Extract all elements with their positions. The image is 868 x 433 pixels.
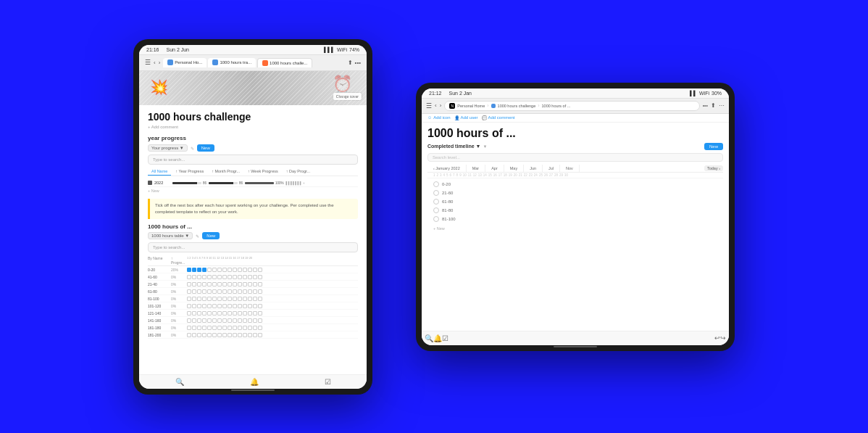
hours-search[interactable]: Type to search... (148, 242, 358, 252)
checkbox-0-20-13[interactable] (248, 268, 252, 272)
right-url-bar[interactable]: N Personal Home › 1000 hours challenge ›… (444, 101, 699, 111)
cb-61-8[interactable] (222, 289, 227, 294)
checkbox-0-20-10[interactable] (233, 268, 237, 272)
cb-41-1[interactable] (187, 275, 191, 279)
cb-101-3[interactable] (197, 304, 201, 308)
cb-121-9[interactable] (228, 311, 232, 316)
cb-101-5[interactable] (207, 304, 212, 308)
cb-21-5[interactable] (207, 282, 212, 286)
cb-81-6[interactable] (212, 297, 217, 301)
timeline-new-row[interactable]: + New (433, 225, 717, 232)
cb-61-7[interactable] (217, 289, 222, 294)
cb-181-15[interactable] (258, 333, 262, 337)
today-btn[interactable]: Today › (704, 165, 723, 171)
checkbox-0-20-14[interactable] (253, 268, 257, 272)
cb-81-15[interactable] (258, 297, 262, 301)
cb-161-3[interactable] (197, 326, 201, 330)
cb-161-2[interactable] (192, 326, 196, 330)
cb-161-13[interactable] (248, 326, 252, 330)
cb-121-15[interactable] (258, 311, 262, 316)
checkbox-0-20-12[interactable] (243, 268, 247, 272)
right-redo-icon[interactable]: ↪ (720, 334, 726, 342)
cb-101-9[interactable] (228, 304, 232, 308)
cb-41-14[interactable] (253, 275, 257, 279)
check-nav-icon[interactable]: ☑ (325, 378, 331, 386)
cb-161-14[interactable] (253, 326, 257, 330)
right-search-input[interactable]: Search level... (427, 153, 723, 162)
checkbox-0-20-9[interactable] (228, 268, 232, 272)
cb-21-10[interactable] (233, 282, 237, 286)
cb-81-4[interactable] (202, 297, 206, 301)
hours-table-filter[interactable]: 1000 hours table ▼ (148, 232, 193, 239)
cb-181-5[interactable] (207, 333, 212, 337)
cb-121-4[interactable] (202, 311, 206, 316)
cb-101-1[interactable] (187, 304, 191, 308)
cb-161-7[interactable] (217, 326, 222, 330)
cb-61-4[interactable] (202, 289, 206, 294)
cb-81-11[interactable] (238, 297, 242, 301)
cb-181-6[interactable] (212, 333, 217, 337)
checkbox-0-20-11[interactable] (238, 268, 242, 272)
cb-21-11[interactable] (238, 282, 242, 286)
hours-new-btn[interactable]: New (202, 232, 220, 239)
cb-21-13[interactable] (248, 282, 252, 286)
cb-181-1[interactable] (187, 333, 191, 337)
cb-181-9[interactable] (228, 333, 232, 337)
right-back-icon[interactable]: ‹ (435, 102, 437, 109)
right-forward-icon[interactable]: › (440, 102, 442, 109)
cb-181-8[interactable] (222, 333, 227, 337)
left-tab-challenge[interactable]: 1000 hours challe... (257, 58, 312, 67)
cb-121-13[interactable] (248, 311, 252, 316)
cb-141-5[interactable] (207, 318, 212, 323)
search-nav-icon[interactable]: 🔍 (175, 378, 184, 386)
cb-41-5[interactable] (207, 275, 212, 279)
cb-41-12[interactable] (243, 275, 247, 279)
hamburger-icon[interactable]: ☰ (145, 59, 151, 66)
cb-61-12[interactable] (243, 289, 247, 294)
timeline-cb-81-80[interactable] (433, 207, 439, 213)
cb-81-10[interactable] (233, 297, 237, 301)
cb-81-7[interactable] (217, 297, 222, 301)
cb-161-15[interactable] (258, 326, 262, 330)
cb-141-7[interactable] (217, 318, 222, 323)
cb-101-7[interactable] (217, 304, 222, 308)
cb-161-8[interactable] (222, 326, 227, 330)
add-user-btn[interactable]: 👤 Add user (454, 115, 478, 120)
cb-61-9[interactable] (228, 289, 232, 294)
cb-141-3[interactable] (197, 318, 201, 323)
right-search-icon[interactable]: 🔍 (425, 334, 433, 342)
cb-41-9[interactable] (228, 275, 232, 279)
cb-81-8[interactable] (222, 297, 227, 301)
cb-181-4[interactable] (202, 333, 206, 337)
cb-21-6[interactable] (212, 282, 217, 286)
timeline-cb-81-100[interactable] (433, 216, 439, 222)
cb-141-14[interactable] (253, 318, 257, 323)
cb-61-5[interactable] (207, 289, 212, 294)
cb-181-11[interactable] (238, 333, 242, 337)
cb-41-15[interactable] (258, 275, 262, 279)
cb-61-6[interactable] (212, 289, 217, 294)
cb-141-11[interactable] (238, 318, 242, 323)
cb-101-13[interactable] (248, 304, 252, 308)
checkbox-0-20-8[interactable] (222, 268, 227, 272)
cb-141-6[interactable] (212, 318, 217, 323)
cb-41-7[interactable] (217, 275, 222, 279)
edit-icon[interactable]: ✎ (191, 146, 194, 151)
cb-21-12[interactable] (243, 282, 247, 286)
checkbox-0-20-4[interactable] (202, 268, 206, 272)
cb-161-9[interactable] (228, 326, 232, 330)
cb-141-12[interactable] (243, 318, 247, 323)
cb-101-6[interactable] (212, 304, 217, 308)
cb-181-13[interactable] (248, 333, 252, 337)
cb-121-14[interactable] (253, 311, 257, 316)
cb-101-11[interactable] (238, 304, 242, 308)
cb-41-6[interactable] (212, 275, 217, 279)
cb-41-4[interactable] (202, 275, 206, 279)
checkbox-0-20-3[interactable] (197, 268, 201, 272)
cb-161-6[interactable] (212, 326, 217, 330)
right-new-btn[interactable]: New (704, 143, 723, 150)
cb-41-13[interactable] (248, 275, 252, 279)
cb-141-10[interactable] (233, 318, 237, 323)
right-more-icon[interactable]: ⋯ (719, 102, 725, 109)
cb-41-10[interactable] (233, 275, 237, 279)
